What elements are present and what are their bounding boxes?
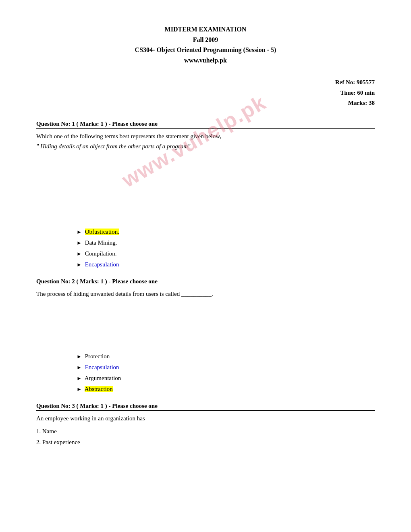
list-item: ► Encapsulation [77,362,375,373]
header-line4: www.vuhelp.pk [36,55,375,66]
option-text: Encapsulation [85,261,119,268]
list-item: ► Encapsulation [77,259,375,270]
arrow-icon: ► [77,262,82,268]
question-3: Question No: 3 ( Marks: 1 ) - Please cho… [36,403,375,448]
arrow-icon: ► [77,375,82,381]
option-text: Argumentation [85,375,121,381]
option-text: Encapsulation [85,364,119,370]
option-text: Compilation. [85,250,117,257]
ref-marks: Marks: 38 [36,98,375,108]
question-1-italic: " Hiding details of an object from the o… [36,143,375,150]
question-2-header: Question No: 2 ( Marks: 1 ) - Please cho… [36,278,375,286]
header-line2: Fall 2009 [36,35,375,45]
list-item: ► Obfustication. [77,227,375,237]
option-text: Obfustication. [85,229,119,235]
list-item: ► Argumentation [77,373,375,384]
header-line3: CS304- Object Oriented Programming (Sess… [36,45,375,55]
option-text: Data Mining. [85,239,117,246]
question-3-text: An employee working in an organization h… [36,414,375,423]
arrow-icon: ► [77,229,82,235]
question-2-text: The process of hiding unwanted details f… [36,289,375,299]
question-1-text: Which one of the following terms best re… [36,132,375,141]
arrow-icon: ► [77,386,82,392]
arrow-icon: ► [77,353,82,360]
question-2: Question No: 2 ( Marks: 1 ) - Please cho… [36,278,375,395]
arrow-icon: ► [77,364,82,370]
ref-time: Time: 60 min [36,88,375,98]
question-1: Question No: 1 ( Marks: 1 ) - Please cho… [36,121,375,270]
list-item: ► Data Mining. [77,237,375,248]
header-line1: MIDTERM EXAMINATION [36,24,375,35]
exam-header: MIDTERM EXAMINATION Fall 2009 CS304- Obj… [36,24,375,65]
arrow-icon: ► [77,251,82,257]
list-item: ► Protection [77,351,375,362]
question-2-options: ► Protection ► Encapsulation ► Argumenta… [77,351,375,395]
ref-no: Ref No: 905577 [36,77,375,88]
question-3-header: Question No: 3 ( Marks: 1 ) - Please cho… [36,403,375,411]
question-1-header: Question No: 1 ( Marks: 1 ) - Please cho… [36,121,375,129]
ref-block: Ref No: 905577 Time: 60 min Marks: 38 [36,77,375,108]
question-3-sub-items: 1. Name 2. Past experience [36,426,375,448]
question-1-options: ► Obfustication. ► Data Mining. ► Compil… [77,227,375,270]
option-text: Abstraction [85,386,113,392]
arrow-icon: ► [77,240,82,246]
list-item: ► Abstraction [77,384,375,395]
list-item: ► Compilation. [77,248,375,259]
page: www.vuhelp.pk MIDTERM EXAMINATION Fall 2… [0,0,411,532]
list-item: 2. Past experience [36,437,375,448]
list-item: 1. Name [36,426,375,437]
option-text: Protection [85,353,110,360]
